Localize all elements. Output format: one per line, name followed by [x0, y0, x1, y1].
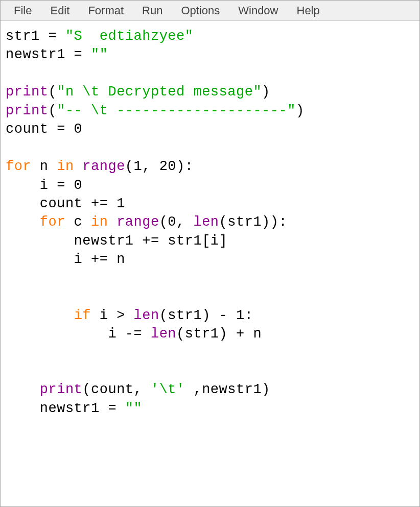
string-literal: '\t': [151, 382, 185, 397]
code-text: [6, 214, 40, 230]
code-text: count += 1: [6, 196, 125, 211]
builtin-range: range: [82, 159, 125, 174]
code-text: i -=: [6, 326, 151, 342]
builtin-print: print: [6, 84, 49, 100]
string-literal: "": [91, 47, 108, 62]
code-text: (: [49, 84, 57, 100]
menubar: File Edit Format Run Options Window Help: [1, 1, 419, 21]
code-text: (str1) - 1:: [159, 308, 253, 323]
string-literal: "S edtiahzyee": [65, 29, 194, 44]
code-text: [6, 382, 40, 397]
code-text: i >: [91, 308, 134, 323]
builtin-len: len: [151, 326, 176, 342]
code-text: (1, 20):: [125, 159, 194, 174]
string-literal: "n \t Decrypted message": [57, 84, 262, 100]
keyword-for: for: [6, 159, 31, 174]
string-literal: "": [125, 401, 142, 416]
code-editor[interactable]: str1 = "S edtiahzyee" newstr1 = "" print…: [1, 21, 419, 424]
code-text: i += n: [6, 252, 125, 267]
builtin-len: len: [193, 214, 219, 230]
code-text: (str1)):: [219, 214, 288, 230]
code-text: (count,: [82, 382, 151, 397]
code-text: (str1) + n: [176, 326, 262, 342]
builtin-print: print: [40, 382, 83, 397]
menu-options[interactable]: Options: [172, 1, 229, 20]
builtin-print: print: [6, 103, 49, 118]
code-text: newstr1 =: [6, 47, 91, 62]
code-text: newstr1 += str1[i]: [6, 233, 227, 249]
menu-help[interactable]: Help: [288, 1, 329, 20]
menu-window[interactable]: Window: [229, 1, 287, 20]
code-text: n: [31, 159, 57, 174]
builtin-len: len: [134, 308, 159, 323]
code-text: newstr1 =: [6, 401, 125, 416]
code-text: str1 =: [6, 29, 65, 44]
keyword-for: for: [40, 214, 65, 230]
string-literal: "-- \t --------------------": [57, 103, 296, 118]
code-text: [6, 308, 74, 323]
code-text: (0,: [159, 214, 194, 230]
builtin-range: range: [116, 214, 159, 230]
menu-format[interactable]: Format: [79, 1, 133, 20]
menu-run[interactable]: Run: [133, 1, 172, 20]
keyword-in: in: [57, 159, 74, 174]
code-text: ,newstr1): [185, 382, 270, 397]
code-text: i = 0: [6, 178, 82, 193]
code-text: [74, 159, 83, 174]
code-text: [108, 214, 116, 230]
menu-file[interactable]: File: [5, 1, 41, 20]
code-text: count = 0: [6, 122, 82, 137]
menu-edit[interactable]: Edit: [41, 1, 79, 20]
code-text: ): [262, 84, 270, 100]
keyword-in: in: [91, 214, 108, 230]
code-text: c: [65, 214, 91, 230]
keyword-if: if: [74, 308, 91, 323]
code-text: ): [296, 103, 305, 118]
code-text: (: [49, 103, 57, 118]
